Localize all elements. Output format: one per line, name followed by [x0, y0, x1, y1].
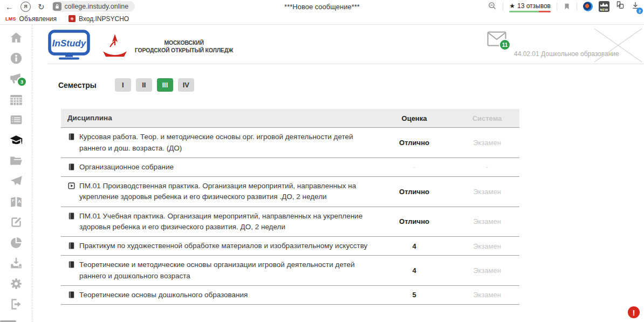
- college-name: МОСКОВСКИЙ ГОРОДСКОЙ ОТКРЫТЫЙ КОЛЛЕДЖ: [135, 39, 233, 54]
- discipline-name: Теоретические и методические основы орга…: [79, 259, 368, 282]
- lock-icon: [53, 2, 61, 11]
- discipline-link[interactable]: Теоретические основы дошкольного образов…: [67, 290, 368, 300]
- url-text: college.instudy.online: [65, 3, 129, 10]
- rating-bar: [509, 11, 551, 12]
- star-icon: ★: [509, 2, 515, 10]
- semester-4-button[interactable]: IV: [178, 78, 194, 92]
- discipline-link[interactable]: ПМ.01 Производственная практика. Организ…: [67, 181, 368, 203]
- calendar-icon[interactable]: [9, 92, 23, 106]
- semester-3-button[interactable]: III: [157, 78, 173, 92]
- table-row: Организационное собрание - -: [61, 158, 519, 177]
- translate-icon[interactable]: A: [9, 194, 23, 209]
- announcements-badge: 3: [17, 77, 27, 87]
- mail-extension-icon[interactable]: NEW: [599, 1, 609, 12]
- header-system: Система: [455, 114, 519, 122]
- discipline-name: ПМ.01 Учебная практика. Организация меро…: [79, 211, 368, 233]
- mail-badge: 11: [499, 39, 511, 51]
- materials-folder-icon[interactable]: [9, 153, 23, 168]
- settings-gear-icon[interactable]: [9, 276, 23, 291]
- reviews-label: 13 отзывов: [517, 2, 551, 10]
- bookmarks-bar: LMS Объявления ◈ Вход.INPSYCHO: [0, 13, 644, 25]
- book-icon: [67, 163, 76, 171]
- system-value: Экзамен: [455, 188, 519, 196]
- play-icon: [67, 182, 76, 190]
- instudy-logo-text: InStudy: [52, 38, 87, 49]
- alert-button[interactable]: !: [628, 306, 640, 318]
- bookmark-label: Объявления: [19, 15, 57, 23]
- book-icon: [67, 261, 76, 269]
- grades-table: Дисциплина Оценка Система Курсовая работ…: [61, 109, 519, 305]
- system-value: -: [455, 163, 519, 171]
- discipline-link[interactable]: ПМ.01 Учебная практика. Организация меро…: [67, 211, 368, 233]
- browser-profile-icon[interactable]: Я: [20, 2, 31, 12]
- table-row: Курсовая работа. Теор. и методические ос…: [61, 128, 519, 158]
- logout-icon[interactable]: [9, 297, 23, 311]
- divider: [577, 3, 577, 11]
- header-grade: Оценка: [374, 114, 455, 122]
- refresh-button[interactable]: ↻: [38, 3, 45, 11]
- page-content: 3 A: [0, 25, 644, 322]
- grade-value: Отлично: [374, 217, 455, 225]
- system-value: Экзамен: [455, 291, 519, 299]
- discipline-name: Практикум по художественной обработке ма…: [79, 241, 367, 251]
- bookmark-icon[interactable]: [563, 2, 571, 11]
- new-badge: NEW: [599, 8, 609, 11]
- grade-value: -: [374, 163, 455, 171]
- system-value: Экзамен: [455, 217, 519, 225]
- table-row: ПМ.01 Учебная практика. Организация меро…: [61, 207, 519, 237]
- header-discipline: Дисциплина: [61, 109, 374, 127]
- address-bar[interactable]: college.instudy.online: [52, 1, 135, 12]
- downloads-count-badge: 2: [636, 8, 643, 14]
- mail-button[interactable]: 11: [487, 31, 506, 49]
- book-icon: [67, 212, 76, 220]
- discipline-name: Организационное собрание: [79, 162, 174, 173]
- profile-letter: Я: [24, 4, 27, 9]
- statistics-pie-icon[interactable]: [9, 235, 23, 250]
- education-icon[interactable]: [9, 133, 23, 147]
- table-header: Дисциплина Оценка Система: [61, 109, 519, 128]
- main-content: InStudy МОСКОВСКИЙ ГОРОДСКОЙ ОТКРЫТЫЙ КО…: [32, 25, 644, 322]
- semesters-label: Семестры: [58, 81, 97, 90]
- grade-value: 4: [374, 242, 455, 250]
- downloads-tray-icon[interactable]: [9, 256, 23, 270]
- discipline-link[interactable]: Теоретические и методические основы орга…: [67, 259, 368, 282]
- discipline-name: ПМ.01 Производственная практика. Организ…: [79, 181, 368, 203]
- home-icon[interactable]: [9, 30, 23, 45]
- discipline-link[interactable]: Курсовая работа. Теор. и методические ос…: [67, 132, 368, 154]
- discipline-name: Курсовая работа. Теор. и методические ос…: [79, 132, 368, 154]
- zoom-out-icon[interactable]: [488, 1, 497, 12]
- book-icon: [67, 242, 76, 250]
- discipline-link[interactable]: Организационное собрание: [67, 162, 368, 173]
- journal-icon[interactable]: [9, 112, 23, 127]
- instudy-logo[interactable]: InStudy: [47, 30, 91, 63]
- edit-icon[interactable]: [9, 215, 23, 229]
- back-button[interactable]: ←: [5, 3, 13, 11]
- discipline-name: Теоретические основы дошкольного образов…: [79, 290, 248, 300]
- grade-value: 4: [374, 266, 455, 275]
- semester-2-button[interactable]: II: [136, 78, 152, 92]
- system-value: Экзамен: [455, 242, 519, 250]
- send-icon[interactable]: [9, 174, 23, 188]
- semesters-bar: Семестры I II III IV: [58, 78, 644, 92]
- divider: [557, 3, 557, 11]
- browser-toolbar: ← Я ↻ college.instudy.online ***Новое со…: [0, 0, 644, 13]
- announcements-icon[interactable]: 3: [9, 71, 23, 86]
- sidebar: 3 A: [0, 25, 32, 322]
- book-icon: [67, 133, 76, 141]
- book-icon: [67, 291, 76, 299]
- avatar-placeholder: [593, 28, 643, 65]
- bookmark-lms[interactable]: LMS Объявления: [5, 15, 57, 23]
- info-icon[interactable]: [9, 51, 23, 65]
- semester-1-button[interactable]: I: [115, 78, 131, 92]
- grade-value: 5: [374, 291, 455, 299]
- inpsycho-favicon: ◈: [68, 15, 76, 22]
- downloads-button[interactable]: 2: [631, 1, 640, 12]
- reviews-button[interactable]: ★ 13 отзывов: [509, 2, 551, 11]
- svg-text:A: A: [18, 198, 21, 203]
- table-row: Практикум по художественной обработке ма…: [61, 237, 519, 256]
- collections-icon[interactable]: [615, 1, 625, 12]
- site-header: InStudy МОСКОВСКИЙ ГОРОДСКОЙ ОТКРЫТЫЙ КО…: [47, 29, 644, 64]
- discipline-link[interactable]: Практикум по художественной обработке ма…: [67, 241, 368, 251]
- bookmark-inpsycho[interactable]: ◈ Вход.INPSYCHO: [68, 15, 129, 23]
- extension-icon[interactable]: [583, 2, 593, 11]
